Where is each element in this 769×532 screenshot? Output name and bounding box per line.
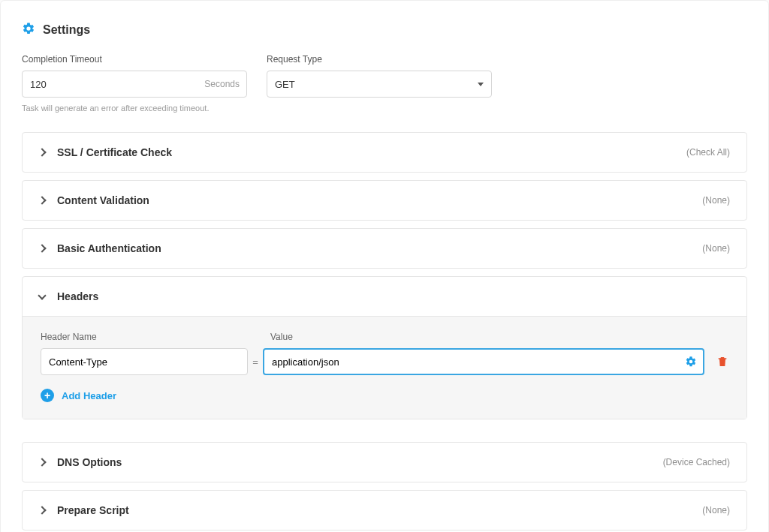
caret-down-icon (478, 83, 484, 86)
plus-icon: + (41, 389, 54, 402)
header-row: = (41, 348, 728, 375)
panel-status-prepare-script: (None) (702, 505, 730, 515)
header-name-col: Header Name (41, 332, 255, 342)
panel-status-ssl: (Check All) (686, 147, 730, 158)
header-value-input[interactable] (263, 348, 704, 375)
panel-prepare-script[interactable]: Prepare Script (None) (23, 491, 746, 530)
timeout-help: Task will generate an error after exceed… (22, 104, 247, 113)
panel-status-content-validation: (None) (702, 195, 730, 206)
page-title: Settings (43, 23, 90, 37)
timeout-input[interactable] (22, 71, 247, 98)
chevron-right-icon (38, 458, 46, 466)
chevron-down-icon (38, 291, 46, 299)
panel-status-basic-auth: (None) (702, 243, 730, 254)
panel-title-prepare-script: Prepare Script (57, 504, 129, 516)
add-header-button[interactable]: + Add Header (41, 389, 728, 402)
chevron-right-icon (38, 506, 46, 514)
panel-content-validation[interactable]: Content Validation (None) (23, 181, 746, 220)
panel-basic-auth[interactable]: Basic Authentication (None) (23, 229, 746, 268)
panel-title-ssl: SSL / Certificate Check (57, 146, 172, 158)
add-header-label: Add Header (62, 390, 116, 401)
equals-sign: = (248, 356, 263, 368)
chevron-right-icon (38, 196, 46, 204)
panel-title-headers: Headers (57, 290, 98, 302)
request-type-label: Request Type (267, 54, 492, 65)
panel-body-headers: Header Name Value = (23, 316, 746, 419)
chevron-right-icon (38, 244, 46, 252)
panel-status-dns: (Device Cached) (663, 457, 730, 467)
timeout-label: Completion Timeout (22, 54, 247, 65)
panel-title-dns: DNS Options (57, 456, 122, 468)
header-value-col: Value (270, 332, 728, 342)
gear-icon[interactable] (685, 356, 697, 368)
request-type-select[interactable]: GET (267, 71, 492, 98)
panel-ssl[interactable]: SSL / Certificate Check (Check All) (23, 133, 746, 172)
panel-title-content-validation: Content Validation (57, 194, 149, 206)
request-type-value: GET (275, 79, 295, 90)
panel-headers[interactable]: Headers (23, 277, 746, 316)
panel-dns[interactable]: DNS Options (Device Cached) (23, 443, 746, 482)
gear-icon (22, 22, 35, 38)
chevron-right-icon (38, 148, 46, 156)
header-name-input[interactable] (41, 348, 248, 375)
trash-icon[interactable] (716, 355, 728, 368)
panel-title-basic-auth: Basic Authentication (57, 242, 161, 254)
